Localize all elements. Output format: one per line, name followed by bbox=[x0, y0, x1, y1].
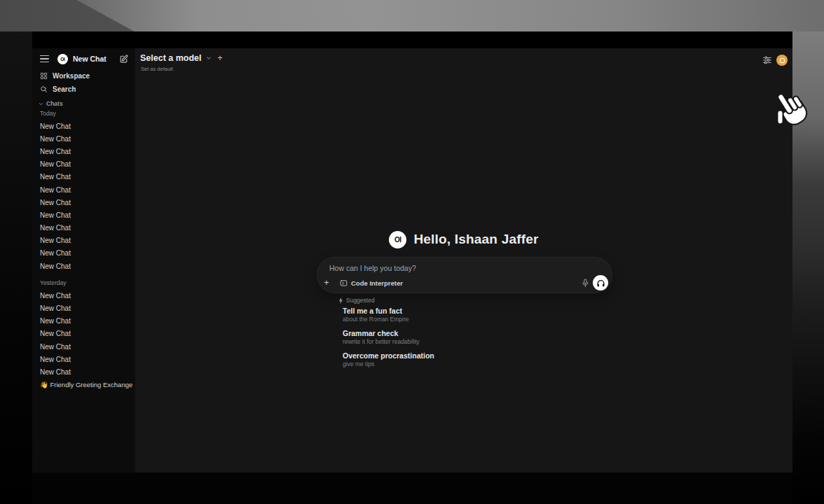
suggestion-subtitle: about the Roman Empire bbox=[343, 316, 567, 323]
chat-list-item[interactable]: New Chat bbox=[32, 145, 135, 158]
app-logo: OI bbox=[389, 231, 406, 248]
chat-list-item[interactable]: New Chat bbox=[32, 315, 135, 328]
sidebar-title: New Chat bbox=[73, 55, 107, 63]
window-top-bar bbox=[32, 31, 792, 48]
sidebar-item-workspace[interactable]: Workspace bbox=[32, 69, 135, 83]
chat-list-item[interactable]: New Chat bbox=[32, 196, 135, 209]
avatar-glyph bbox=[780, 58, 785, 63]
suggestion-title: Overcome procrastination bbox=[343, 351, 567, 360]
message-input-placeholder: How can I help you today? bbox=[329, 264, 416, 272]
message-input-box[interactable]: How can I help you today? + Code Interpr… bbox=[317, 257, 612, 293]
chat-list-item[interactable]: New Chat bbox=[32, 340, 135, 353]
suggestion-item[interactable]: Grammar check rewrite it for better read… bbox=[343, 329, 567, 346]
controls-sliders-icon[interactable] bbox=[762, 55, 772, 65]
chat-group-label-today: Today bbox=[32, 108, 135, 118]
app-logo: OI bbox=[57, 54, 68, 64]
chat-list-item[interactable]: New Chat bbox=[32, 247, 135, 260]
chat-list-item[interactable]: New Chat bbox=[32, 183, 135, 196]
chat-list-item[interactable]: New Chat bbox=[32, 158, 135, 171]
microphone-icon[interactable] bbox=[579, 277, 591, 288]
terminal-icon bbox=[340, 279, 348, 287]
headphones-icon bbox=[596, 279, 605, 288]
chat-list-today: New ChatNew ChatNew ChatNew ChatNew Chat… bbox=[32, 120, 135, 272]
greeting-text: Hello, Ishaan Jaffer bbox=[413, 232, 538, 247]
suggestion-title: Grammar check bbox=[343, 329, 567, 338]
chat-list-item[interactable]: New Chat bbox=[32, 209, 135, 221]
greeting-row: OI Hello, Ishaan Jaffer bbox=[135, 230, 792, 249]
model-selector-label: Select a model bbox=[140, 53, 202, 63]
chat-list-yesterday: New ChatNew ChatNew ChatNew ChatNew Chat… bbox=[32, 289, 135, 378]
new-chat-icon[interactable] bbox=[119, 55, 128, 64]
code-interpreter-toggle[interactable]: Code Interpreter bbox=[336, 277, 406, 288]
suggestion-subtitle: give me tips bbox=[343, 360, 567, 368]
chat-list-item[interactable]: New Chat bbox=[32, 260, 135, 272]
suggestion-item[interactable]: Overcome procrastination give me tips bbox=[343, 351, 567, 368]
add-model-button[interactable]: + bbox=[218, 53, 223, 63]
chats-section-toggle[interactable]: Chats bbox=[32, 99, 135, 108]
workspace-label: Workspace bbox=[53, 72, 90, 80]
sidebar-header: OI New Chat bbox=[32, 48, 135, 69]
suggestion-subtitle: rewrite it for better readability bbox=[343, 338, 567, 346]
chat-list-item[interactable]: New Chat bbox=[32, 120, 135, 132]
bolt-icon bbox=[338, 298, 343, 304]
model-selector[interactable]: Select a model + bbox=[140, 53, 223, 63]
chat-list-item-greeting-exchange[interactable]: 👋 Friendly Greeting Exchange bbox=[32, 379, 135, 391]
search-icon bbox=[40, 85, 48, 93]
chevron-down-icon bbox=[39, 102, 43, 106]
user-avatar[interactable] bbox=[776, 55, 788, 66]
sidebar-item-search[interactable]: Search bbox=[32, 83, 135, 96]
chat-list-item[interactable]: New Chat bbox=[32, 328, 135, 340]
chat-list-item[interactable]: New Chat bbox=[32, 302, 135, 314]
chevron-down-icon bbox=[206, 55, 212, 61]
suggested-label: Suggested bbox=[346, 297, 375, 304]
suggestion-list: Tell me a fun fact about the Roman Empir… bbox=[343, 307, 567, 374]
voice-call-button[interactable] bbox=[593, 275, 608, 290]
desktop-background-left bbox=[0, 31, 32, 504]
chat-list-item[interactable]: New Chat bbox=[32, 132, 135, 145]
chat-list-item[interactable]: New Chat bbox=[32, 171, 135, 183]
chats-label: Chats bbox=[46, 100, 63, 107]
chat-list-item[interactable]: New Chat bbox=[32, 353, 135, 365]
open-webui-window: OI New Chat Workspace Search bbox=[32, 31, 792, 472]
sidebar-toggle-icon[interactable] bbox=[40, 55, 49, 62]
code-interpreter-label: Code Interpreter bbox=[351, 279, 403, 287]
chat-list-item[interactable]: New Chat bbox=[32, 365, 135, 378]
chat-list-item[interactable]: New Chat bbox=[32, 234, 135, 247]
set-as-default-button[interactable]: Set as default bbox=[141, 66, 173, 72]
desktop-background-bottom bbox=[32, 472, 792, 504]
desktop-background-top bbox=[0, 0, 824, 31]
search-label: Search bbox=[53, 85, 76, 93]
chat-list-item[interactable]: New Chat bbox=[32, 289, 135, 302]
attach-button[interactable]: + bbox=[321, 277, 332, 288]
suggestion-item[interactable]: Tell me a fun fact about the Roman Empir… bbox=[343, 307, 567, 323]
chat-group-label-yesterday: Yesterday bbox=[32, 278, 135, 288]
grid-icon bbox=[40, 72, 48, 80]
suggestion-title: Tell me a fun fact bbox=[343, 307, 567, 316]
suggested-header: Suggested bbox=[338, 297, 375, 304]
chat-list-item[interactable]: New Chat bbox=[32, 222, 135, 234]
sidebar: OI New Chat Workspace Search bbox=[32, 48, 135, 472]
desktop-background-right bbox=[792, 31, 824, 504]
